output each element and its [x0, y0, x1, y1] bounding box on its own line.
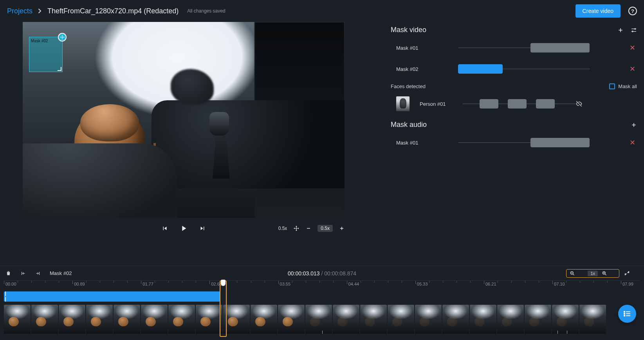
visibility-off-icon[interactable]	[575, 100, 583, 107]
play-icon[interactable]	[179, 224, 188, 233]
timeline-thumbnail[interactable]	[415, 305, 442, 334]
timeline-zoom-group: 1x	[566, 269, 619, 278]
timeline-thumbnail[interactable]	[251, 305, 277, 334]
delete-mask-icon[interactable]: ✕	[630, 43, 637, 52]
timeline-thumbnail[interactable]	[497, 305, 524, 334]
playback-speed-label: 0.5x	[278, 226, 287, 231]
ruler-tick: 00.00	[4, 281, 4, 291]
skip-next-icon[interactable]	[199, 225, 206, 232]
timeline-thumbnail[interactable]	[114, 305, 140, 334]
mask-name-label: Mask #01	[396, 45, 458, 51]
ruler-tick: 03.55	[278, 281, 279, 291]
trim-start-icon[interactable]	[20, 271, 26, 276]
mask-all-checkbox[interactable]	[609, 83, 615, 89]
ruler-tick: 06.21	[484, 281, 484, 291]
mask-track[interactable]	[458, 47, 590, 48]
timeline-thumbnail[interactable]	[333, 305, 359, 334]
mask-overlay[interactable]: Mask #02	[29, 37, 63, 72]
person-segment[interactable]	[480, 99, 498, 109]
zoom-level-badge[interactable]: 0.5x	[317, 225, 333, 232]
add-mask-icon[interactable]	[617, 27, 624, 33]
mask-segment[interactable]	[458, 64, 503, 74]
zoom-in-icon[interactable]	[339, 226, 345, 231]
mask-audio-title: Mask audio	[391, 121, 427, 129]
resize-handle-icon[interactable]	[58, 67, 61, 71]
timeline-clip[interactable]	[4, 291, 220, 302]
timeline-thumbnail[interactable]	[141, 305, 168, 334]
timeline-thumbnail[interactable]	[278, 305, 305, 334]
timeline-thumbnail[interactable]	[59, 305, 85, 334]
timeline-marker	[557, 331, 558, 334]
mask-overlay-label: Mask #02	[31, 39, 48, 43]
delete-mask-icon[interactable]: ✕	[630, 138, 637, 147]
tune-icon[interactable]	[631, 27, 637, 33]
ruler-tick: 07.10	[552, 281, 553, 291]
video-preview[interactable]: Mask #02	[23, 22, 345, 218]
projects-link[interactable]: Projects	[7, 7, 32, 15]
timeline-zoom-out-icon[interactable]	[570, 271, 575, 276]
move-handle-icon[interactable]	[58, 33, 67, 42]
add-audio-mask-icon[interactable]	[631, 122, 637, 128]
svg-point-6	[624, 315, 625, 316]
skip-previous-icon[interactable]	[161, 225, 168, 232]
ruler-tick: 02.66	[209, 281, 210, 291]
faces-detected-label: Faces detected	[391, 83, 426, 89]
create-video-button[interactable]: Create video	[575, 4, 621, 18]
person-segment[interactable]	[536, 99, 555, 109]
save-status-label: All changes saved	[187, 8, 225, 14]
mask-row[interactable]: Mask #01✕	[391, 136, 637, 149]
timeline-time-display: 00:00:03.013 / 00:00:08.874	[288, 270, 356, 277]
zoom-out-icon[interactable]	[306, 226, 311, 231]
trim-end-icon[interactable]	[35, 271, 41, 276]
ruler-tick: 05.33	[415, 281, 416, 291]
timeline-thumbnail[interactable]	[223, 305, 250, 334]
timeline-thumbnail[interactable]	[442, 305, 469, 334]
ruler-tick: 04.44	[347, 281, 347, 291]
person-name-label: Person #01	[420, 101, 463, 107]
clip-left-handle[interactable]	[4, 291, 7, 302]
mask-name-label: Mask #02	[396, 66, 458, 72]
timeline-ruler[interactable]: 00.0000.8901.7702.6603.5504.4405.3306.21…	[4, 280, 640, 291]
timeline-thumbnail[interactable]	[4, 305, 31, 334]
timeline-thumbnail[interactable]	[196, 305, 222, 334]
mask-all-label: Mask all	[618, 83, 637, 89]
timeline-marker	[567, 331, 567, 334]
timeline-thumbnail[interactable]	[552, 305, 579, 334]
mask-segment[interactable]	[530, 43, 590, 52]
timeline-thumbnail[interactable]	[168, 305, 195, 334]
delete-icon[interactable]	[5, 270, 11, 276]
mask-track[interactable]	[458, 69, 590, 69]
timeline-marker	[322, 331, 323, 334]
timeline-thumbnail[interactable]	[525, 305, 551, 334]
breadcrumb: Projects TheftFromCar_1280x720.mp4 (Reda…	[7, 7, 225, 15]
timeline-thumbnail[interactable]	[470, 305, 496, 334]
timeline-zoom-in-icon[interactable]	[602, 271, 607, 276]
filename-label: TheftFromCar_1280x720.mp4 (Redacted)	[47, 7, 179, 15]
move-icon[interactable]	[293, 225, 299, 231]
mask-segment[interactable]	[530, 138, 590, 147]
timeline-thumbnail[interactable]	[388, 305, 414, 334]
person-thumbnail[interactable]	[396, 96, 409, 111]
video-frame-image	[23, 22, 345, 218]
ruler-tick: 01.77	[141, 281, 141, 291]
person-segment[interactable]	[508, 99, 527, 109]
mask-row[interactable]: Mask #01✕	[391, 41, 637, 54]
mask-track[interactable]	[458, 142, 590, 143]
timeline-thumbnail[interactable]	[360, 305, 387, 334]
help-icon[interactable]: ?	[628, 7, 637, 15]
person-row[interactable]: Person #01	[391, 96, 637, 111]
timeline-thumbnails[interactable]	[4, 305, 640, 334]
person-track[interactable]	[463, 103, 575, 104]
list-fab-button[interactable]	[618, 305, 636, 323]
delete-mask-icon[interactable]: ✕	[630, 65, 637, 73]
mask-row[interactable]: Mask #02✕	[391, 62, 637, 76]
timeline-thumbnail[interactable]	[305, 305, 332, 334]
timeline-thumbnail[interactable]	[31, 305, 58, 334]
svg-point-1	[632, 31, 633, 32]
timeline-thumbnail[interactable]	[579, 305, 606, 334]
chevron-right-icon	[38, 8, 42, 14]
timeline-thumbnail[interactable]	[86, 305, 113, 334]
ruler-tick: 00.89	[72, 281, 73, 291]
collapse-icon[interactable]	[624, 270, 630, 276]
svg-point-4	[624, 311, 625, 312]
